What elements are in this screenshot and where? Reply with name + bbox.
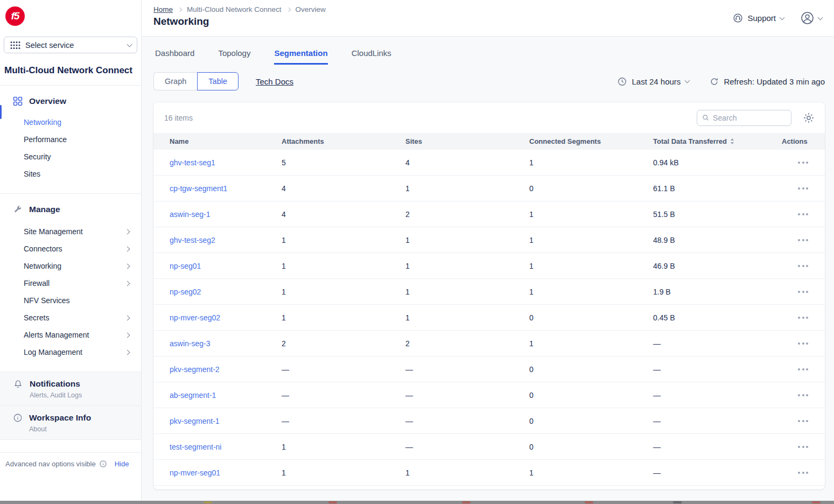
f5-logo: f5 bbox=[5, 6, 25, 26]
background-window-strip bbox=[0, 501, 834, 504]
col-header-name[interactable]: Name bbox=[170, 137, 282, 145]
sidebar-item-connectors[interactable]: Connectors bbox=[0, 240, 141, 257]
segment-link[interactable]: np-mver-seg02 bbox=[170, 313, 282, 322]
support-label: Support bbox=[747, 13, 776, 23]
table-row: np-mver-seg01 1 1 1 — bbox=[153, 460, 825, 486]
service-title: Multi-Cloud Network Connect bbox=[4, 63, 134, 78]
row-actions-button[interactable] bbox=[796, 443, 816, 451]
workspace-info-sublabel: About bbox=[29, 425, 91, 433]
page-header: Home Multi-Cloud Network Connect Overvie… bbox=[142, 0, 834, 37]
sidebar-item-firewall[interactable]: Firewall bbox=[0, 275, 141, 292]
support-headset-icon bbox=[733, 13, 743, 23]
table-settings-button[interactable] bbox=[803, 113, 814, 123]
refresh-button[interactable]: Refresh: Updated 3 min ago bbox=[710, 77, 825, 86]
sidebar-item-site-management[interactable]: Site Management bbox=[0, 223, 141, 240]
row-actions-button[interactable] bbox=[796, 417, 816, 425]
sidebar-section-overview[interactable]: Overview bbox=[13, 94, 141, 108]
chevron-down-icon bbox=[685, 78, 690, 83]
sidebar-item-nfv-services[interactable]: NFV Services bbox=[0, 292, 141, 309]
segment-link[interactable]: cp-tgw-segment1 bbox=[170, 184, 282, 193]
tab-topology[interactable]: Topology bbox=[218, 48, 250, 65]
select-service-dropdown[interactable]: Select service bbox=[4, 37, 137, 53]
table-row: np-seg02 1 1 1 1.9 B bbox=[153, 279, 825, 305]
sort-icon[interactable] bbox=[731, 138, 734, 144]
row-actions-button[interactable] bbox=[796, 158, 816, 167]
breadcrumb-overview[interactable]: Overview bbox=[296, 5, 326, 13]
chevron-right-icon bbox=[125, 263, 130, 269]
account-menu[interactable] bbox=[800, 11, 822, 25]
chevron-down-icon bbox=[818, 15, 823, 20]
breadcrumb-home-link[interactable]: Home bbox=[153, 5, 173, 13]
row-actions-button[interactable] bbox=[796, 262, 816, 270]
segment-link[interactable]: np-seg01 bbox=[170, 262, 282, 270]
row-actions-button[interactable] bbox=[796, 288, 816, 296]
row-actions-button[interactable] bbox=[796, 391, 816, 400]
table-row: aswin-seg-3 2 2 1 — bbox=[153, 331, 825, 356]
row-actions-button[interactable] bbox=[796, 468, 816, 477]
col-header-connected-segments[interactable]: Connected Segments bbox=[529, 137, 653, 145]
row-actions-button[interactable] bbox=[796, 184, 816, 193]
chevron-down-icon bbox=[127, 41, 132, 47]
table-header-row: Name Attachments Sites Connected Segment… bbox=[153, 133, 825, 150]
sidebar-item-sites[interactable]: Sites bbox=[0, 165, 141, 183]
segment-link[interactable]: np-seg02 bbox=[170, 288, 282, 296]
sidebar-section-workspace-info[interactable]: Workspace Info About bbox=[0, 405, 141, 439]
sidebar-item-performance[interactable]: Performance bbox=[0, 131, 141, 148]
time-range-dropdown[interactable]: Last 24 hours bbox=[618, 77, 689, 86]
sidebar-item-alerts-management[interactable]: Alerts Management bbox=[0, 326, 141, 344]
table-row: ghv-test-seg1 5 4 1 0.94 kB bbox=[153, 150, 825, 176]
wrench-icon bbox=[13, 205, 23, 214]
segment-link[interactable]: pkv-segment-1 bbox=[170, 417, 282, 425]
col-header-total-data[interactable]: Total Data Transferred bbox=[653, 137, 782, 145]
col-header-sites[interactable]: Sites bbox=[405, 137, 529, 145]
sidebar-section-manage[interactable]: Manage bbox=[13, 202, 141, 216]
refresh-icon bbox=[710, 77, 719, 86]
sidebar-item-networking[interactable]: Networking bbox=[0, 114, 141, 131]
info-icon bbox=[13, 413, 23, 423]
col-header-actions: Actions bbox=[782, 137, 816, 145]
col-header-attachments[interactable]: Attachments bbox=[282, 137, 405, 145]
gear-icon bbox=[803, 113, 814, 123]
row-actions-button[interactable] bbox=[796, 236, 816, 244]
sidebar-footer: Advanced nav options visible Hide bbox=[0, 452, 141, 468]
hide-link[interactable]: Hide bbox=[115, 460, 129, 468]
tab-cloudlinks[interactable]: CloudLinks bbox=[352, 48, 391, 65]
sidebar-spacer bbox=[0, 439, 141, 452]
bell-icon bbox=[13, 379, 23, 389]
sidebar-item-networking-manage[interactable]: Networking bbox=[0, 257, 141, 275]
segment-link[interactable]: aswin-seg-1 bbox=[170, 210, 282, 219]
tab-segmentation[interactable]: Segmentation bbox=[274, 48, 327, 65]
select-service-label: Select service bbox=[25, 41, 74, 50]
user-avatar-icon bbox=[800, 11, 815, 25]
segment-link[interactable]: np-mver-seg01 bbox=[170, 468, 282, 477]
sidebar-item-secrets[interactable]: Secrets bbox=[0, 309, 141, 326]
row-actions-button[interactable] bbox=[796, 365, 816, 374]
chevron-right-icon bbox=[125, 315, 130, 320]
tech-docs-link[interactable]: Tech Docs bbox=[256, 77, 293, 86]
tab-dashboard[interactable]: Dashboard bbox=[155, 48, 194, 65]
support-menu[interactable]: Support bbox=[733, 13, 784, 23]
table-row: test-segment-ni 1 — 0 — bbox=[153, 434, 825, 460]
tab-bar: Dashboard Topology Segmentation CloudLin… bbox=[142, 37, 834, 65]
sidebar-item-log-management[interactable]: Log Management bbox=[0, 344, 141, 361]
graph-view-button[interactable]: Graph bbox=[153, 72, 197, 90]
row-actions-button[interactable] bbox=[796, 339, 816, 348]
row-actions-button[interactable] bbox=[796, 210, 816, 219]
chevron-right-icon bbox=[125, 332, 130, 338]
table-view-button[interactable]: Table bbox=[197, 72, 239, 90]
breadcrumb-service[interactable]: Multi-Cloud Network Connect bbox=[187, 5, 282, 13]
segment-link[interactable]: ab-segment-1 bbox=[170, 391, 282, 400]
chevron-right-icon bbox=[178, 7, 182, 11]
segment-link[interactable]: aswin-seg-3 bbox=[170, 339, 282, 348]
segment-link[interactable]: test-segment-ni bbox=[170, 443, 282, 451]
segment-link[interactable]: ghv-test-seg2 bbox=[170, 236, 282, 244]
items-count: 16 items bbox=[164, 114, 193, 122]
info-icon bbox=[99, 460, 107, 468]
search-input[interactable] bbox=[713, 114, 787, 122]
manage-section-label: Manage bbox=[29, 205, 60, 214]
sidebar-section-notifications[interactable]: Notifications Alerts, Audit Logs bbox=[0, 372, 141, 405]
segment-link[interactable]: pkv-segment-2 bbox=[170, 365, 282, 374]
sidebar-item-security[interactable]: Security bbox=[0, 148, 141, 165]
row-actions-button[interactable] bbox=[796, 313, 816, 322]
segment-link[interactable]: ghv-test-seg1 bbox=[170, 158, 282, 167]
